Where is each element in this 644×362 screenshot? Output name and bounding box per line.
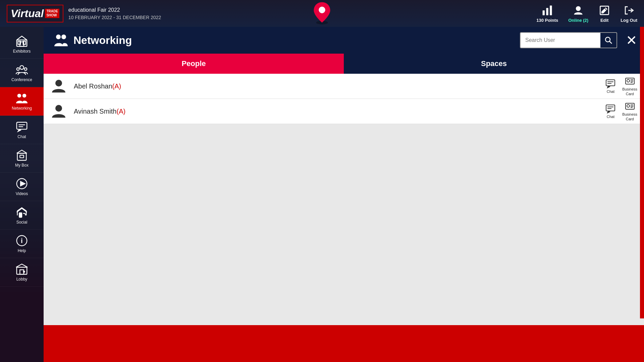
tabs: People Spaces: [44, 54, 644, 74]
table-row: Abel Roshan(A) Chat: [44, 74, 644, 99]
svg-rect-3: [546, 8, 548, 15]
svg-point-12: [20, 66, 23, 69]
svg-point-40: [627, 79, 630, 82]
svg-text:i: i: [21, 237, 23, 244]
person-actions: Chat BusinessCard: [605, 76, 637, 96]
sidebar-item-networking-label: Networking: [12, 106, 32, 111]
top-right-buttons: 130 Points Online (2) Edit Log Out: [536, 4, 637, 23]
sidebar-item-networking[interactable]: Networking: [0, 87, 44, 116]
svg-point-14: [24, 68, 27, 70]
sidebar-item-lobby[interactable]: Lobby: [0, 258, 44, 287]
avatar: [50, 102, 67, 120]
sidebar-item-conference-label: Conference: [11, 77, 32, 82]
business-card-label-row2: BusinessCard: [622, 112, 637, 121]
right-accent: [640, 27, 644, 318]
networking-panel-icon: [54, 32, 68, 48]
edit-button[interactable]: Edit: [598, 4, 610, 23]
logo-virtual: Virtual: [11, 7, 44, 20]
panel-header: Networking ✕: [44, 27, 644, 54]
svg-point-5: [576, 6, 581, 11]
chat-label-row1: Chat: [607, 89, 614, 94]
sidebar: Exhibitors Conference Networking: [0, 27, 44, 362]
svg-point-30: [23, 271, 25, 273]
business-card-label-row1: BusinessCard: [622, 87, 637, 96]
logout-button[interactable]: Log Out: [621, 4, 637, 23]
event-info: educational Fair 2022 10 FEBRUARY 2022 -…: [68, 6, 161, 21]
tab-spaces[interactable]: Spaces: [344, 54, 644, 74]
svg-rect-10: [18, 41, 21, 45]
svg-rect-28: [17, 267, 27, 274]
main-panel: Networking ✕ People: [44, 27, 644, 318]
sidebar-item-conference[interactable]: Conference: [0, 59, 44, 87]
svg-line-34: [609, 41, 612, 44]
avatar: [50, 77, 67, 95]
empty-list-area: [44, 124, 644, 325]
chat-button-row1[interactable]: Chat: [605, 78, 615, 94]
svg-rect-17: [17, 122, 27, 129]
sidebar-item-help-label: Help: [18, 248, 26, 253]
svg-point-31: [56, 35, 61, 39]
close-button[interactable]: ✕: [626, 34, 637, 47]
person-name: Avinash Smith(A): [74, 108, 125, 115]
sidebar-item-social-label: Social: [16, 220, 28, 225]
svg-point-13: [17, 68, 19, 70]
svg-point-15: [17, 94, 21, 98]
svg-rect-4: [550, 5, 552, 15]
svg-point-44: [55, 105, 62, 112]
panel-title: Networking: [73, 34, 132, 47]
panel-title-area: Networking: [54, 32, 132, 48]
tab-people[interactable]: People: [44, 54, 344, 74]
svg-rect-22: [20, 155, 23, 158]
svg-rect-2: [542, 10, 544, 15]
svg-point-32: [61, 35, 66, 39]
svg-point-1: [319, 7, 325, 13]
sidebar-item-exhibitors[interactable]: Exhibitors: [0, 30, 44, 59]
sidebar-item-chat[interactable]: Chat: [0, 116, 44, 144]
sidebar-item-lobby-label: Lobby: [16, 277, 28, 282]
person-actions: Chat BusinessCard: [605, 101, 637, 121]
svg-rect-25: [19, 213, 22, 217]
sidebar-item-videos-label: Videos: [16, 191, 28, 196]
search-area: [520, 32, 617, 48]
chat-button-row2[interactable]: Chat: [605, 104, 615, 119]
svg-marker-24: [20, 181, 25, 186]
search-box: [520, 32, 617, 48]
svg-point-33: [605, 37, 610, 42]
person-name: Abel Roshan(A): [74, 82, 121, 90]
sidebar-item-social[interactable]: Social: [0, 201, 44, 230]
chat-label-row2: Chat: [607, 115, 614, 119]
table-row: Avinash Smith(A) Chat: [44, 99, 644, 124]
search-input[interactable]: [521, 34, 600, 47]
people-list: Abel Roshan(A) Chat: [44, 74, 644, 325]
svg-rect-11: [23, 41, 26, 45]
logo-area: Virtual TRADE SHOW educational Fair 2022…: [7, 5, 161, 22]
sidebar-item-exhibitors-label: Exhibitors: [13, 49, 31, 54]
sidebar-item-videos[interactable]: Videos: [0, 173, 44, 201]
logo-tradeshow: TRADE SHOW: [45, 9, 59, 18]
online-button[interactable]: Online (2): [568, 4, 588, 23]
business-card-button-row1[interactable]: BusinessCard: [622, 76, 637, 96]
search-button[interactable]: [600, 33, 616, 48]
sidebar-item-help[interactable]: i Help: [0, 230, 44, 258]
sidebar-item-chat-label: Chat: [17, 134, 26, 139]
svg-rect-36: [606, 80, 615, 86]
svg-rect-45: [606, 105, 615, 111]
business-card-button-row2[interactable]: BusinessCard: [622, 101, 637, 121]
svg-point-35: [55, 80, 62, 86]
points-button[interactable]: 130 Points: [536, 4, 558, 23]
svg-point-49: [627, 105, 630, 107]
sidebar-item-mybox-label: My Box: [15, 163, 29, 168]
svg-point-16: [22, 94, 26, 98]
svg-rect-20: [17, 153, 26, 160]
location-pin: [310, 1, 334, 26]
sidebar-item-mybox[interactable]: My Box: [0, 144, 44, 173]
